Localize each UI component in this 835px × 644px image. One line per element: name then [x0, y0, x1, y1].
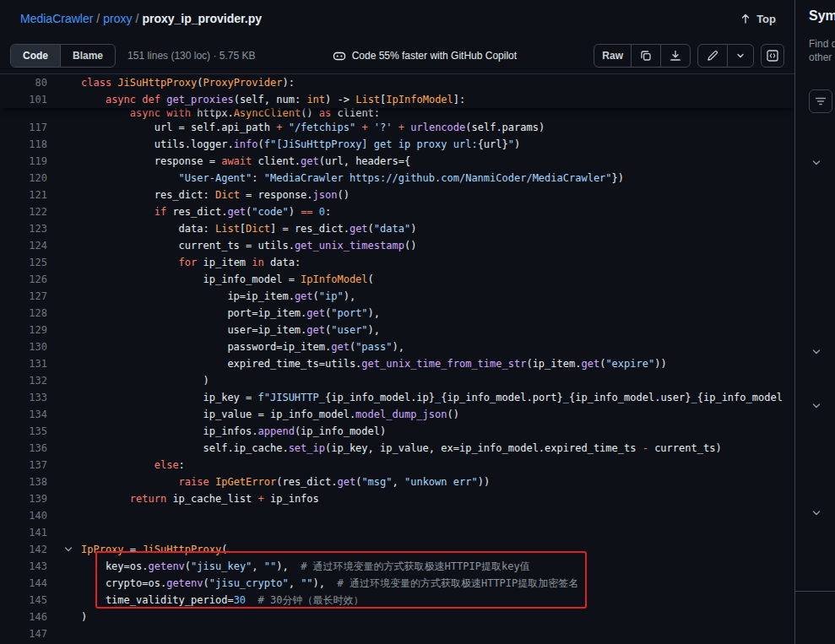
- fold-gutter: [56, 271, 81, 288]
- code-line: 119 response = await client.get(url, hea…: [0, 153, 794, 170]
- line-number[interactable]: 120: [0, 170, 56, 187]
- line-number[interactable]: 121: [0, 187, 56, 203]
- symbol-group-chevron-icon[interactable]: [811, 346, 822, 358]
- line-number[interactable]: 140: [0, 507, 56, 524]
- code-text: "User-Agent": "MediaCrawler https://gith…: [81, 170, 794, 187]
- breadcrumb-repo-link[interactable]: MediaCrawler: [20, 12, 93, 25]
- breadcrumb-file-name: proxy_ip_provider.py: [142, 12, 262, 25]
- tab-code[interactable]: Code: [11, 45, 60, 67]
- code-text: IpProxy = JiSuHttpProxy(: [81, 541, 794, 558]
- fold-gutter: [56, 457, 81, 474]
- copilot-banner[interactable]: Code 55% faster with GitHub Copilot: [333, 49, 517, 62]
- line-number[interactable]: 147: [0, 625, 56, 642]
- symbols-panel-hint: Find definitions and other references be…: [809, 37, 835, 64]
- copy-icon[interactable]: [631, 45, 660, 67]
- code-text: ip_value = ip_info_model.model_dump_json…: [81, 406, 794, 423]
- fold-gutter: [56, 170, 81, 187]
- code-text: self.ip_cache.set_ip(ip_key, ip_value, e…: [81, 440, 794, 457]
- fold-gutter: [56, 558, 81, 575]
- line-number[interactable]: 145: [0, 592, 56, 609]
- fold-gutter: [56, 609, 81, 625]
- code-line: 120 "User-Agent": "MediaCrawler https://…: [0, 170, 794, 187]
- breadcrumb-folder-link[interactable]: proxy: [103, 12, 132, 25]
- filter-icon[interactable]: [809, 89, 832, 113]
- breadcrumb-separator: /: [96, 12, 100, 25]
- code-line: 142IpProxy = JiSuHttpProxy(: [0, 541, 794, 558]
- code-text: class JiSuHttpProxy(ProxyProvider):: [81, 74, 794, 91]
- line-number[interactable]: 117: [0, 119, 56, 136]
- line-number[interactable]: 125: [0, 254, 56, 271]
- line-number[interactable]: 129: [0, 322, 56, 338]
- line-number[interactable]: 118: [0, 136, 56, 153]
- fold-gutter: [56, 338, 81, 355]
- line-number[interactable]: 131: [0, 355, 56, 372]
- line-number[interactable]: 139: [0, 490, 56, 507]
- symbols-panel-icon[interactable]: [761, 44, 784, 68]
- line-number[interactable]: 144: [0, 575, 56, 592]
- line-number[interactable]: 142: [0, 541, 56, 558]
- fold-gutter: [56, 372, 81, 389]
- code-text: ip_info_model = IpInfoModel(: [81, 271, 794, 288]
- line-number[interactable]: 132: [0, 372, 56, 389]
- line-number[interactable]: 130: [0, 338, 56, 355]
- symbols-panel: Symbols Find definitions and other refer…: [794, 0, 835, 644]
- file-toolbar: Code Blame 151 lines (130 loc) · 5.75 KB…: [0, 37, 794, 74]
- fold-gutter: [56, 507, 81, 524]
- code-line: 131 expired_time_ts=utils.get_unix_time_…: [0, 355, 794, 372]
- tab-blame[interactable]: Blame: [60, 45, 115, 67]
- fold-gutter: [56, 474, 81, 490]
- line-number[interactable]: 137: [0, 457, 56, 474]
- line-number[interactable]: 126: [0, 271, 56, 288]
- line-number[interactable]: 80: [0, 74, 56, 91]
- line-number[interactable]: 135: [0, 423, 56, 440]
- code-line: 143 key=os.getenv("jisu_key", ""), # 通过环…: [0, 558, 794, 575]
- code-text: port=ip_item.get("port"),: [81, 305, 794, 322]
- line-number[interactable]: 123: [0, 220, 56, 237]
- edit-dropdown-chevron-icon[interactable]: [727, 45, 753, 67]
- line-number[interactable]: 101: [0, 91, 56, 108]
- line-number[interactable]: 128: [0, 305, 56, 322]
- code-text: async def get_proxies(self, num: int) ->…: [81, 91, 794, 108]
- breadcrumb-bar: MediaCrawler/proxy/proxy_ip_provider.py …: [0, 0, 794, 37]
- back-to-top-button[interactable]: Top: [739, 12, 776, 25]
- line-number[interactable]: 127: [0, 288, 56, 305]
- line-number[interactable]: 133: [0, 389, 56, 406]
- symbol-group-chevron-icon[interactable]: [811, 400, 822, 412]
- code-text: ip=ip_item.get("ip"),: [81, 288, 794, 305]
- code-line: 146): [0, 609, 794, 625]
- line-number[interactable]: 119: [0, 153, 56, 170]
- line-number[interactable]: 122: [0, 203, 56, 220]
- code-line: 123 data: List[Dict] = res_dict.get("dat…: [0, 220, 794, 237]
- fold-gutter: [56, 440, 81, 457]
- symbol-group-chevron-icon[interactable]: [811, 157, 822, 169]
- line-number[interactable]: 136: [0, 440, 56, 457]
- file-meta-info: 151 lines (130 loc) · 5.75 KB: [127, 50, 255, 62]
- code-text: data: List[Dict] = res_dict.get("data"): [81, 220, 794, 237]
- symbol-group-chevron-icon[interactable]: [811, 507, 822, 519]
- code-text: ip_infos.append(ip_info_model): [81, 423, 794, 440]
- code-text: expired_time_ts=utils.get_unix_time_from…: [81, 355, 794, 372]
- line-number[interactable]: 146: [0, 609, 56, 625]
- code-text: crypto=os.getenv("jisu_crypto", ""), # 通…: [81, 575, 794, 592]
- fold-gutter: [56, 524, 81, 541]
- download-icon[interactable]: [660, 45, 690, 67]
- line-number[interactable]: 134: [0, 406, 56, 423]
- code-line: 80class JiSuHttpProxy(ProxyProvider):: [0, 74, 794, 91]
- fold-gutter: [56, 490, 81, 507]
- top-arrow-icon: [739, 12, 752, 25]
- code-text: utils.logger.info(f"[JiSuHttpProxy] get …: [81, 136, 794, 153]
- line-number[interactable]: 141: [0, 524, 56, 541]
- fold-chevron-icon[interactable]: [56, 541, 81, 558]
- line-number[interactable]: 138: [0, 474, 56, 490]
- code-line: 121 res_dict: Dict = response.json(): [0, 187, 794, 203]
- code-viewer: 80class JiSuHttpProxy(ProxyProvider):101…: [0, 74, 794, 644]
- code-text: res_dict: Dict = response.json(): [81, 187, 794, 203]
- edit-pencil-icon[interactable]: [698, 45, 727, 67]
- code-line: 138 raise IpGetError(res_dict.get("msg",…: [0, 474, 794, 490]
- line-number[interactable]: 124: [0, 237, 56, 254]
- copilot-icon: [333, 49, 346, 62]
- edit-split-button: [697, 44, 754, 68]
- raw-button[interactable]: Raw: [594, 45, 631, 67]
- line-number[interactable]: 143: [0, 558, 56, 575]
- fold-gutter: [56, 136, 81, 153]
